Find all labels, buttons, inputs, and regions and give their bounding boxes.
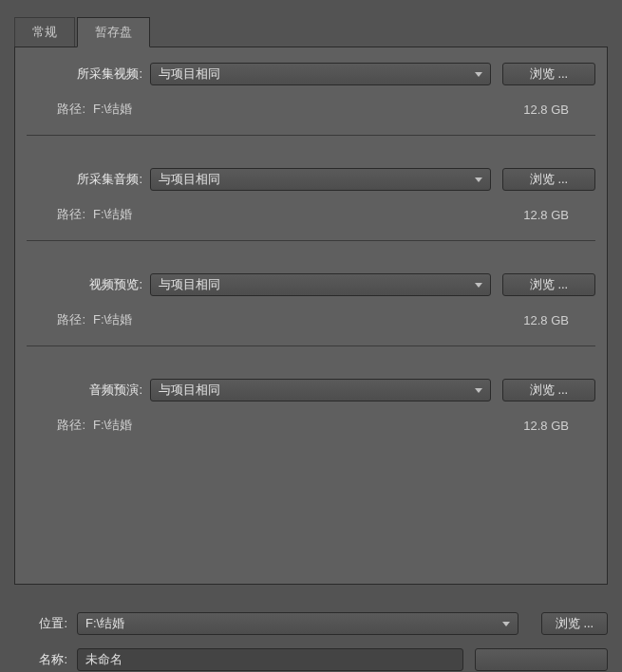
tab-scratch-label: 暂存盘 — [95, 25, 132, 39]
path-value-video-preview: F:\结婚 — [93, 311, 523, 328]
browse-label: 浏览 ... — [556, 615, 594, 632]
location-dropdown[interactable]: F:\结婚 — [77, 612, 518, 635]
row-captured-audio: 所采集音频: 与项目相同 浏览 ... — [15, 168, 607, 191]
name-label: 名称: — [14, 651, 77, 668]
path-row-audio-preview: 路径: F:\结婚 12.8 GB — [15, 417, 607, 434]
browse-button-video-preview[interactable]: 浏览 ... — [502, 273, 595, 296]
main-container: 常规 暂存盘 所采集视频: 与项目相同 浏览 ... 路径: F:\结婚 12.… — [0, 17, 622, 671]
label-video-preview: 视频预览: — [27, 276, 150, 293]
path-label: 路径: — [27, 417, 93, 434]
dropdown-captured-audio-text: 与项目相同 — [159, 171, 220, 188]
section-audio-preview: 音频预演: 与项目相同 浏览 ... 路径: F:\结婚 12.8 GB — [15, 364, 607, 451]
label-captured-audio: 所采集音频: — [27, 171, 150, 188]
row-video-preview: 视频预览: 与项目相同 浏览 ... — [15, 273, 607, 296]
row-audio-preview: 音频预演: 与项目相同 浏览 ... — [15, 379, 607, 401]
row-captured-video: 所采集视频: 与项目相同 浏览 ... — [15, 63, 607, 85]
path-label: 路径: — [27, 101, 93, 118]
label-audio-preview: 音频预演: — [27, 382, 150, 399]
tabs-bar: 常规 暂存盘 — [14, 17, 622, 47]
divider — [27, 135, 595, 136]
name-row: 名称: — [14, 648, 608, 671]
tab-general-label: 常规 — [32, 25, 57, 39]
section-captured-video: 所采集视频: 与项目相同 浏览 ... 路径: F:\结婚 12.8 GB — [15, 47, 607, 153]
browse-button-captured-audio[interactable]: 浏览 ... — [502, 168, 595, 191]
browse-label: 浏览 ... — [530, 276, 568, 293]
tab-general[interactable]: 常规 — [14, 17, 75, 47]
path-row-video-preview: 路径: F:\结婚 12.8 GB — [15, 311, 607, 328]
dropdown-video-preview[interactable]: 与项目相同 — [150, 273, 491, 296]
spacer — [15, 451, 607, 584]
location-dropdown-text: F:\结婚 — [85, 615, 124, 632]
path-value-captured-video: F:\结婚 — [93, 101, 523, 118]
browse-label: 浏览 ... — [530, 382, 568, 399]
chevron-down-icon — [502, 622, 510, 626]
path-value-captured-audio: F:\结婚 — [93, 206, 523, 223]
path-label: 路径: — [27, 206, 93, 223]
path-size-video-preview: 12.8 GB — [523, 313, 595, 327]
name-input[interactable] — [77, 648, 463, 671]
dropdown-captured-audio[interactable]: 与项目相同 — [150, 168, 491, 191]
location-label: 位置: — [14, 615, 77, 632]
bottom-area: 位置: F:\结婚 浏览 ... 名称: — [0, 597, 622, 671]
dropdown-audio-preview[interactable]: 与项目相同 — [150, 379, 491, 401]
path-value-audio-preview: F:\结婚 — [93, 417, 523, 434]
path-size-audio-preview: 12.8 GB — [523, 419, 595, 433]
chevron-down-icon — [475, 72, 482, 77]
dropdown-audio-preview-text: 与项目相同 — [159, 382, 220, 399]
path-row-captured-audio: 路径: F:\结婚 12.8 GB — [15, 206, 607, 223]
dropdown-video-preview-text: 与项目相同 — [159, 276, 220, 293]
path-label: 路径: — [27, 311, 93, 328]
browse-button-captured-video[interactable]: 浏览 ... — [502, 63, 595, 85]
path-row-captured-video: 路径: F:\结婚 12.8 GB — [15, 101, 607, 118]
location-browse-button[interactable]: 浏览 ... — [541, 612, 608, 635]
scratch-panel: 所采集视频: 与项目相同 浏览 ... 路径: F:\结婚 12.8 GB 所采… — [14, 47, 608, 585]
path-size-captured-video: 12.8 GB — [523, 103, 595, 117]
divider — [27, 240, 595, 241]
browse-button-audio-preview[interactable]: 浏览 ... — [502, 379, 595, 401]
dropdown-captured-video-text: 与项目相同 — [159, 65, 220, 83]
divider — [27, 345, 595, 346]
browse-label: 浏览 ... — [530, 171, 568, 188]
dropdown-captured-video[interactable]: 与项目相同 — [150, 63, 491, 85]
chevron-down-icon — [475, 283, 482, 288]
section-captured-audio: 所采集音频: 与项目相同 浏览 ... 路径: F:\结婚 12.8 GB — [15, 153, 607, 258]
path-size-captured-audio: 12.8 GB — [523, 208, 595, 222]
chevron-down-icon — [475, 388, 482, 393]
browse-label: 浏览 ... — [530, 65, 568, 83]
confirm-button[interactable] — [475, 648, 608, 671]
tab-scratch-disks[interactable]: 暂存盘 — [77, 17, 150, 47]
location-row: 位置: F:\结婚 浏览 ... — [14, 612, 608, 635]
label-captured-video: 所采集视频: — [27, 65, 150, 83]
chevron-down-icon — [475, 177, 482, 182]
section-video-preview: 视频预览: 与项目相同 浏览 ... 路径: F:\结婚 12.8 GB — [15, 258, 607, 364]
